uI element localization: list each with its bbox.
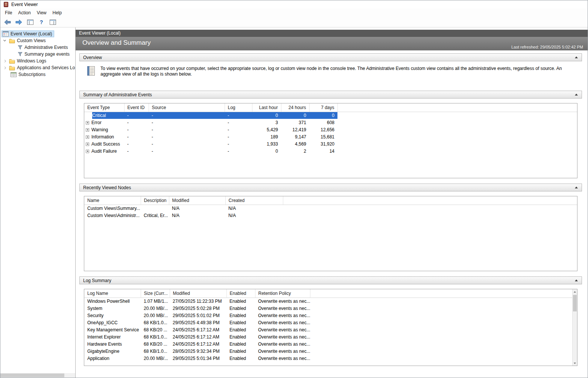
collapse-section-button[interactable] xyxy=(573,55,580,61)
expand-icon[interactable] xyxy=(86,121,89,124)
console-tree-icon xyxy=(27,20,33,25)
table-row[interactable]: Audit Success---1,9334,56931,920 xyxy=(84,140,577,147)
column-header-log-name[interactable]: Log Name xyxy=(84,289,141,298)
back-button[interactable] xyxy=(3,18,12,27)
expand-icon[interactable] xyxy=(86,128,89,132)
table-row[interactable]: Application20.00 MB/...29/05/2025 5:01:3… xyxy=(84,355,572,362)
table-row[interactable]: Windows PowerShell1.07 MB/1...27/05/2025… xyxy=(84,298,572,305)
menubar: File Action View Help xyxy=(0,9,588,17)
table-row[interactable]: Warning---5,42912,41912,656 xyxy=(84,126,577,133)
up-arrow-icon xyxy=(574,291,576,293)
table-row[interactable]: GigabyteEngine68 KB/1.0...28/05/2025 9:3… xyxy=(84,348,572,355)
scrollbar-thumb[interactable] xyxy=(0,373,64,377)
overview-text: To view events that have occurred on you… xyxy=(100,66,564,77)
last-refreshed-text: Last refreshed: 29/05/2025 5:02:42 PM xyxy=(511,45,583,49)
table-row[interactable]: Critical---000 xyxy=(84,112,577,119)
collapse-section-button[interactable] xyxy=(573,185,580,191)
scrollbar-thumb[interactable] xyxy=(573,295,577,311)
folder-icon xyxy=(9,65,15,70)
log-summary-section-header[interactable]: Log Summary xyxy=(79,276,582,284)
collapse-arrow-icon xyxy=(575,94,578,96)
table-row[interactable]: OneApp_IGCC68 KB/1.0...29/05/2025 4:49:3… xyxy=(84,319,572,326)
table-row[interactable]: Hardware Events68 KB/20 ...24/05/2025 6:… xyxy=(84,340,572,348)
column-header-modified[interactable]: Modified xyxy=(170,289,226,298)
column-header-event-type[interactable]: Event Type xyxy=(84,103,124,112)
tree-item-label: Applications and Services Lo xyxy=(17,65,75,70)
summary-table: Event TypeEvent IDSourceLogLast hour24 h… xyxy=(84,103,577,155)
table-row[interactable]: Error---3371608 xyxy=(84,119,577,126)
expand-icon[interactable] xyxy=(86,143,89,146)
menu-help[interactable]: Help xyxy=(50,9,65,17)
collapse-arrow-icon xyxy=(575,187,578,188)
toolbar: ? xyxy=(0,17,588,27)
tree-item-label: Windows Logs xyxy=(17,58,46,64)
log-summary-section: Log Summary Log NameSize (Curr...Modifie… xyxy=(79,276,582,366)
chevron-collapsed-icon[interactable] xyxy=(3,59,6,62)
collapse-section-button[interactable] xyxy=(573,92,580,98)
log-summary-table-body: Windows PowerShell1.07 MB/1...27/05/2025… xyxy=(84,298,572,362)
column-header-source[interactable]: Source xyxy=(149,103,225,112)
event-viewer-window: Event Viewer File Action View Help xyxy=(0,0,588,378)
tree-item-summary-page-events[interactable]: Summary page events xyxy=(0,51,75,58)
titlebar: Event Viewer xyxy=(0,0,588,9)
column-header-size-curr[interactable]: Size (Curr... xyxy=(141,289,170,298)
column-header-event-id[interactable]: Event ID xyxy=(124,103,149,112)
filter-icon xyxy=(18,45,23,50)
forward-arrow-icon xyxy=(15,19,23,25)
recently-viewed-section-header[interactable]: Recently Viewed Nodes xyxy=(79,184,582,191)
collapse-section-button[interactable] xyxy=(573,278,580,284)
recently-viewed-header-row: NameDescriptionModifiedCreated xyxy=(84,196,577,205)
column-header-retention-policy[interactable]: Retention Policy xyxy=(255,289,310,298)
column-header-description[interactable]: Description xyxy=(141,196,169,205)
tree-item-subscriptions[interactable]: Subscriptions xyxy=(0,71,75,78)
scroll-down-button[interactable] xyxy=(573,361,577,366)
tree-item-event-viewer-local[interactable]: Event Viewer (Local) xyxy=(0,30,75,37)
log-summary-scrollbar[interactable] xyxy=(572,289,577,366)
table-row[interactable]: Internet Explorer68 KB/1.0...24/05/2025 … xyxy=(84,333,572,340)
table-row[interactable]: System20.00 MB/...29/05/2025 5:02:28 PME… xyxy=(84,305,572,312)
tree-item-label: Administrative Events xyxy=(24,45,68,50)
tree-item-applications-and-services-logs[interactable]: Applications and Services Lo xyxy=(0,64,75,71)
column-header-name[interactable]: Name xyxy=(84,196,141,205)
action-pane-icon xyxy=(50,20,56,25)
scroll-up-button[interactable] xyxy=(573,289,577,294)
column-header-modified[interactable]: Modified xyxy=(169,196,225,205)
menu-view[interactable]: View xyxy=(34,9,50,17)
summary-table-body: Critical---000Error---3371608Warning---5… xyxy=(84,112,577,155)
column-header-7-days[interactable]: 7 days xyxy=(309,103,337,112)
tree-item-custom-views[interactable]: Custom Views xyxy=(0,37,75,44)
column-header-log[interactable]: Log xyxy=(225,103,252,112)
table-row[interactable]: Custom Views\Summary...N/AN/A xyxy=(84,205,577,212)
column-header-24-hours[interactable]: 24 hours xyxy=(281,103,309,112)
menu-action[interactable]: Action xyxy=(15,9,33,17)
chevron-collapsed-icon[interactable] xyxy=(3,66,6,69)
expand-icon[interactable] xyxy=(86,150,89,153)
show-hide-action-pane-button[interactable] xyxy=(48,18,58,27)
column-header-created[interactable]: Created xyxy=(225,196,283,205)
chevron-expanded-icon[interactable] xyxy=(3,39,6,41)
menu-file[interactable]: File xyxy=(2,9,15,17)
column-header-filler xyxy=(310,289,572,298)
tree-item-windows-logs[interactable]: Windows Logs xyxy=(0,58,75,64)
tree-selection-box: Event Viewer (Local) xyxy=(2,30,54,37)
summary-section-header[interactable]: Summary of Administrative Events xyxy=(79,91,582,99)
show-hide-console-tree-button[interactable] xyxy=(25,18,35,27)
expand-icon[interactable] xyxy=(86,135,89,139)
app-body: Event Viewer (Local) Custom Views xyxy=(0,27,588,378)
table-row[interactable]: Audit Failure---0214 xyxy=(84,147,577,155)
table-row[interactable]: Custom Views\Administr...Critical, Er...… xyxy=(84,212,577,219)
content-area: Overview xyxy=(76,50,588,378)
overview-section-header[interactable]: Overview xyxy=(79,53,582,61)
table-row[interactable]: Security20.00 MB/...29/05/2025 5:01:02 P… xyxy=(84,312,572,319)
recently-viewed-table-body: Custom Views\Summary...N/AN/ACustom View… xyxy=(84,205,577,219)
tree-item-administrative-events[interactable]: Administrative Events xyxy=(0,44,75,51)
forward-button[interactable] xyxy=(14,18,24,27)
collapse-arrow-icon xyxy=(575,56,578,58)
column-header-enabled[interactable]: Enabled xyxy=(226,289,255,298)
column-header-last-hour[interactable]: Last hour xyxy=(252,103,281,112)
table-row[interactable]: Key Management Service68 KB/20 ...24/05/… xyxy=(84,326,572,333)
tree-horizontal-scrollbar[interactable] xyxy=(0,373,75,378)
table-row[interactable]: Information---1899,14715,681 xyxy=(84,133,577,140)
down-arrow-icon xyxy=(574,363,576,364)
help-button[interactable]: ? xyxy=(36,18,46,27)
